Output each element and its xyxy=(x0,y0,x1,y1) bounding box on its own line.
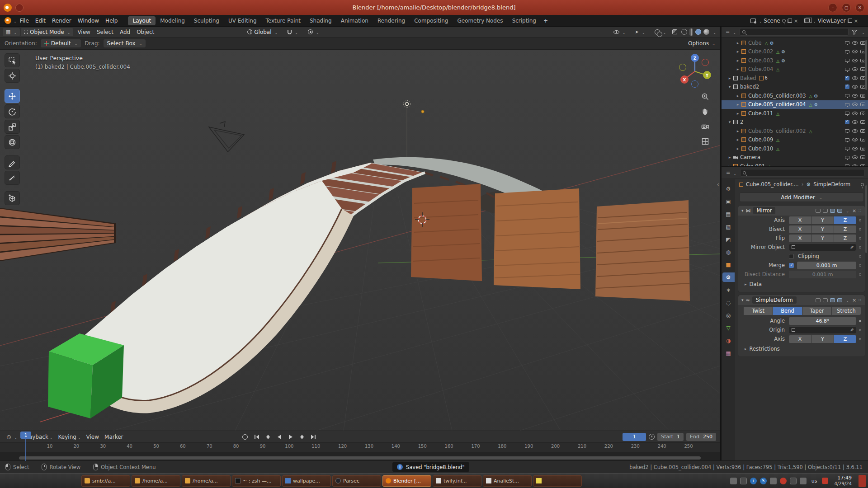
origin-object-field[interactable]: ✎ xyxy=(789,326,856,334)
disable-viewport-icon[interactable] xyxy=(845,156,849,159)
shading-material-button[interactable] xyxy=(695,29,701,35)
workspace-tab[interactable]: Animation xyxy=(336,16,373,25)
light-object[interactable] xyxy=(404,101,425,113)
timeline-editor-type-button[interactable]: ◷ xyxy=(4,433,20,441)
data-section-header[interactable]: Data xyxy=(742,280,861,288)
outliner-search-input[interactable] xyxy=(740,28,849,36)
disable-render-icon[interactable] xyxy=(860,67,865,71)
expand-arrow-icon[interactable] xyxy=(727,84,732,89)
tray-icon[interactable]: i xyxy=(750,478,757,484)
disable-viewport-icon[interactable] xyxy=(845,138,849,141)
outliner-scrollbar[interactable] xyxy=(865,40,867,90)
camera-view-icon[interactable] xyxy=(700,121,711,132)
outliner-row[interactable]: Cube.005_collider.003 xyxy=(722,91,868,100)
expand-arrow-icon[interactable] xyxy=(735,94,741,98)
launcher-icon[interactable] xyxy=(25,478,31,484)
new-scene-icon[interactable] xyxy=(788,19,792,23)
outliner-editor-type-button[interactable]: ≡ xyxy=(725,28,737,36)
prev-keyframe-button[interactable] xyxy=(263,433,273,441)
timeline-menu-item[interactable]: Marker xyxy=(102,433,126,441)
tray-icon[interactable] xyxy=(730,478,737,484)
merge-value-field[interactable]: 0.001 m xyxy=(797,262,856,269)
zoom-icon[interactable] xyxy=(700,91,711,102)
tab-texture[interactable]: ▦ xyxy=(722,348,735,358)
outliner-row[interactable]: Cube.001 xyxy=(722,162,868,166)
tab-physics[interactable]: ◌ xyxy=(722,298,735,307)
taskbar-window-button[interactable]: Parsec xyxy=(332,475,381,487)
snap-dropdown[interactable] xyxy=(284,28,301,36)
playhead[interactable]: 1 xyxy=(20,432,31,439)
current-frame-field[interactable]: 1 xyxy=(623,433,646,441)
tab-render[interactable]: ▣ xyxy=(722,197,735,206)
launcher-icon[interactable] xyxy=(41,478,47,484)
clipping-checkbox[interactable] xyxy=(789,254,794,259)
modifier-extras-caret[interactable] xyxy=(844,297,849,303)
gizmo-y-neg-ball[interactable] xyxy=(679,64,686,71)
eyedropper-icon[interactable]: ✎ xyxy=(850,328,854,333)
launcher-icon[interactable] xyxy=(2,478,8,484)
workspace-tab[interactable]: Compositing xyxy=(410,16,453,25)
disable-render-icon[interactable] xyxy=(860,138,865,141)
tool-rotate[interactable] xyxy=(5,104,20,118)
workspace-tab[interactable]: Scripting xyxy=(508,16,541,25)
cage-display-toggle[interactable] xyxy=(823,209,828,213)
animate-dot[interactable] xyxy=(859,219,861,221)
tool-move[interactable] xyxy=(5,89,20,103)
app-menu-caret-icon[interactable] xyxy=(12,18,17,24)
drag-dropdown[interactable]: Select Box xyxy=(104,39,146,47)
deform-mode-tab[interactable]: Taper xyxy=(802,307,831,315)
tab-modifiers[interactable]: ⚙ xyxy=(722,272,735,282)
window-menu-icon[interactable] xyxy=(15,4,24,12)
clock[interactable]: 17:49 4/29/24 xyxy=(834,475,852,486)
xray-toggle[interactable] xyxy=(672,29,677,34)
properties-scrollbar[interactable] xyxy=(865,185,867,253)
disable-render-icon[interactable] xyxy=(860,103,865,106)
mirror-axis-buttons[interactable]: XYZ xyxy=(789,216,856,224)
tool-measure[interactable] xyxy=(5,171,20,185)
hide-eye-icon[interactable] xyxy=(852,120,858,124)
wood-plane-3[interactable] xyxy=(595,200,690,301)
viewport-menu-item[interactable]: Select xyxy=(94,28,117,36)
disable-render-icon[interactable] xyxy=(860,120,865,124)
unlink-scene-icon[interactable] xyxy=(794,18,798,24)
launcher-icon[interactable] xyxy=(71,478,77,484)
pin-icon[interactable] xyxy=(861,183,864,186)
collection-checkbox[interactable] xyxy=(845,84,849,89)
workspace-tab[interactable]: Modeling xyxy=(156,16,189,25)
disable-render-icon[interactable] xyxy=(860,94,865,98)
tab-object-data[interactable]: ▽ xyxy=(722,323,735,333)
tray-icon[interactable] xyxy=(790,478,797,484)
modifier-name-field[interactable]: Mirror xyxy=(753,207,776,214)
auto-keying-icon[interactable] xyxy=(649,434,655,440)
hide-eye-icon[interactable] xyxy=(852,138,858,141)
play-reverse-button[interactable] xyxy=(274,433,284,441)
navigation-gizmo[interactable]: Z Y X xyxy=(677,52,712,88)
outliner-row[interactable]: Cube xyxy=(722,38,868,47)
animate-dot[interactable] xyxy=(859,329,861,331)
timeline-scrollbar[interactable] xyxy=(19,456,701,460)
expand-arrow-icon[interactable] xyxy=(735,137,741,142)
updates-tray-icon[interactable] xyxy=(822,478,828,484)
hide-eye-icon[interactable] xyxy=(852,67,858,71)
launcher-icon[interactable] xyxy=(33,478,39,484)
launcher-icon[interactable] xyxy=(48,478,54,484)
outliner-options-caret[interactable] xyxy=(860,29,865,35)
viewlayer-selector[interactable]: ViewLayer xyxy=(804,18,858,24)
disable-viewport-icon[interactable] xyxy=(845,147,849,150)
outliner-row[interactable]: Baked 6 xyxy=(722,74,868,83)
disable-render-icon[interactable] xyxy=(860,76,865,80)
tab-view-layer[interactable]: ▧ xyxy=(722,222,735,231)
render-display-toggle[interactable] xyxy=(837,209,842,213)
gizmo-x-neg-ball[interactable] xyxy=(702,59,709,66)
editor-type-button[interactable]: ▦ xyxy=(3,28,20,36)
deform-mode-tab[interactable]: Bend xyxy=(773,307,802,315)
taskbar-window-button[interactable]: AnalieSt... xyxy=(483,475,532,487)
tab-world[interactable]: ◍ xyxy=(722,247,735,257)
taskbar-window-button[interactable]: Blender [... xyxy=(382,475,431,487)
wood-plane-2[interactable] xyxy=(494,188,580,289)
window-minimize-button[interactable] xyxy=(828,3,837,12)
viewlayer-caret-icon[interactable] xyxy=(811,18,816,24)
filter-icon[interactable] xyxy=(851,29,858,35)
collection-checkbox[interactable] xyxy=(845,120,849,124)
end-frame-field[interactable]: End250 xyxy=(686,433,716,441)
